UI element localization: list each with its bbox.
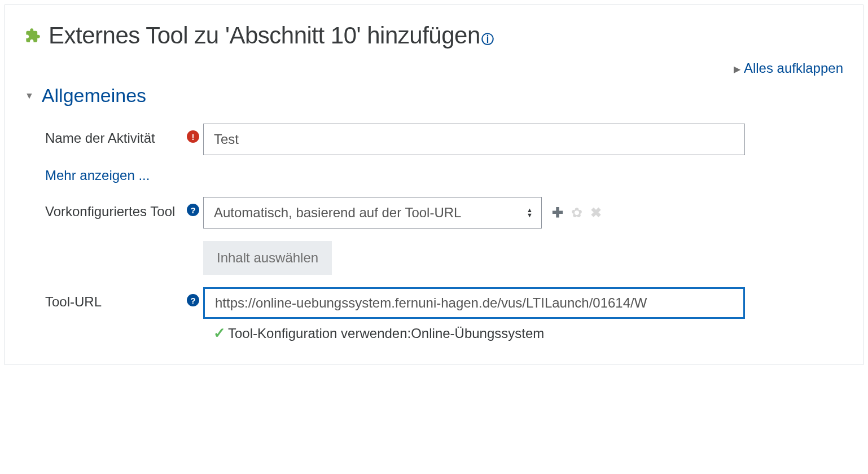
show-more-link[interactable]: Mehr anzeigen ... xyxy=(45,168,150,183)
help-icon[interactable]: ? xyxy=(187,204,199,216)
tool-url-label: Tool-URL xyxy=(45,293,183,311)
remove-icon[interactable]: ✖ xyxy=(590,205,602,221)
activity-name-label: Name der Aktivität xyxy=(45,129,183,147)
required-icon: ! xyxy=(187,130,199,143)
expand-all-link[interactable]: ▶Alles aufklappen xyxy=(734,60,843,76)
preconfigured-tool-select[interactable]: Automatisch, basierend auf der Tool-URL … xyxy=(203,197,542,229)
tool-url-hint: Tool-Konfiguration verwenden:Online-Übun… xyxy=(228,326,544,341)
help-icon[interactable]: ⓘ xyxy=(481,32,494,46)
page-title: Externes Tool zu 'Abschnitt 10' hinzufüg… xyxy=(25,22,843,49)
select-content-button[interactable]: Inhalt auswählen xyxy=(203,241,332,275)
chevron-down-icon: ▼ xyxy=(25,91,34,101)
puzzle-icon xyxy=(25,28,41,43)
gear-icon[interactable]: ✿ xyxy=(571,205,582,221)
preconfigured-tool-label: Vorkonfiguriertes Tool xyxy=(45,203,183,221)
activity-name-input[interactable] xyxy=(203,124,745,155)
page-title-text: Externes Tool zu 'Abschnitt 10' hinzufüg… xyxy=(49,22,480,49)
section-header-allgemeines[interactable]: ▼ Allgemeines xyxy=(25,85,843,107)
check-icon: ✓ xyxy=(213,324,226,342)
help-icon[interactable]: ? xyxy=(187,294,199,306)
tool-url-input[interactable] xyxy=(203,287,745,319)
section-title: Allgemeines xyxy=(42,85,146,107)
select-caret-icon: ▲▼ xyxy=(527,208,533,217)
add-tool-icon[interactable]: ✚ xyxy=(552,205,563,221)
